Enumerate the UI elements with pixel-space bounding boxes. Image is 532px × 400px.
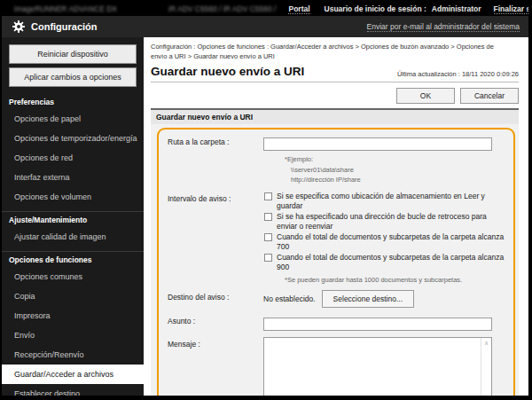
notice-destination-label: Destino del aviso : <box>168 290 263 308</box>
form-section-title: Guardar nuevo envío a URI <box>151 108 519 124</box>
checkbox-icon[interactable] <box>264 213 272 221</box>
apply-settings-button[interactable]: Aplicar cambios a opciones <box>9 67 137 87</box>
sidebar-item-printer[interactable]: Impresora <box>2 306 144 325</box>
message-textarea[interactable]: ∧ ∨ <box>263 337 492 396</box>
message-label: Mensaje : <box>168 337 263 396</box>
last-update-text: Última actualización : 18/11 2020 0:09:2… <box>397 70 519 78</box>
form-area: Ruta a la carpeta : *Ejemplo: \\server01… <box>151 124 519 396</box>
scroll-up-icon[interactable]: ∧ <box>484 340 489 347</box>
sidebar-item-paper-settings[interactable]: Opciones de papel <box>2 109 144 129</box>
notice-destination-row: Destino del aviso : No establecido. Sele… <box>168 290 506 308</box>
gear-icon <box>12 20 25 33</box>
breadcrumb: Configuración : Opciones de funciones : … <box>151 42 512 62</box>
checkbox-label: Si se ha especificado una dirección de b… <box>277 212 506 231</box>
checkbox-row-reaches-700[interactable]: Cuando el total de documentos y subcarpe… <box>263 232 506 252</box>
cancel-button[interactable]: Cancelar <box>460 88 519 104</box>
form-orange-box: Ruta a la carpeta : *Ejemplo: \\server01… <box>157 128 515 396</box>
sidebar-section-preferences: Preferencias Opciones de papel Opciones … <box>2 94 144 207</box>
folder-path-label: Ruta a la carpeta : <box>168 135 263 185</box>
device-name-redacted: iR ADV C5560 / iR ADV C5560 / <box>168 4 276 13</box>
checkbox-icon[interactable] <box>264 233 272 241</box>
sidebar-item-external-interface[interactable]: Interfaz externa <box>2 168 144 187</box>
app-bar: Configuración Enviar por e-mail al admin… <box>2 16 528 37</box>
login-user-label: Usuario de inicio de sesión : <box>325 4 426 13</box>
subject-label: Asunto : <box>168 314 263 331</box>
notice-interval-row: Intervalo de aviso : Si se especifica co… <box>168 192 506 284</box>
checkbox-row-loopback-address[interactable]: Si se ha especificado una dirección de b… <box>263 212 506 231</box>
sidebar-item-timer-energy[interactable]: Opciones de temporizador/energía <box>2 129 144 148</box>
logout-link[interactable]: Finalizar sesión <box>494 4 532 14</box>
page-title: Guardar nuevo envío a URI <box>151 65 304 78</box>
checkbox-icon[interactable] <box>264 192 272 200</box>
message-row: Mensaje : ∧ ∨ <box>168 337 506 396</box>
select-destination-button[interactable]: Seleccione destino... <box>322 290 414 308</box>
page-title-row: Guardar nuevo envío a URI Última actuali… <box>151 65 519 82</box>
checkbox-label: Cuando el total de documentos y subcarpe… <box>277 232 506 252</box>
sidebar-item-copy[interactable]: Copia <box>2 286 144 306</box>
portal-link[interactable]: Portal <box>288 4 309 14</box>
notice-interval-label: Intervalo de aviso : <box>168 192 263 284</box>
folder-path-examples: *Ejemplo: \\server01\data\share http://d… <box>285 154 506 185</box>
sidebar-item-receive-forward[interactable]: Recepción/Reenvío <box>2 345 144 365</box>
checkbox-label: Si se especifica como ubicación de almac… <box>277 192 506 211</box>
folder-path-row: Ruta a la carpeta : *Ejemplo: \\server01… <box>168 135 506 185</box>
mail-admin-link[interactable]: Enviar por e-mail al administrador del s… <box>367 22 520 32</box>
checkbox-label: Cuando el total de documentos y subcarpe… <box>277 253 506 272</box>
subject-row: Asunto : <box>168 314 506 331</box>
restart-device-button[interactable]: Reiniciar dispositivo <box>9 44 137 64</box>
sidebar-item-image-quality[interactable]: Ajustar calidad de imagen <box>2 227 144 247</box>
message-text[interactable] <box>264 338 481 396</box>
checkbox-icon[interactable] <box>264 254 272 262</box>
device-model-redacted: imageRUNNER ADVANCE DX <box>14 4 117 13</box>
app-title: Configuración <box>31 21 98 32</box>
action-buttons-row: OK Cancelar <box>151 88 519 104</box>
main-content: Configuración : Opciones de funciones : … <box>144 37 528 396</box>
sidebar-section-adjustment: Ajuste/Mantenimiento Ajustar calidad de … <box>2 211 144 247</box>
sidebar-item-send[interactable]: Envío <box>2 325 144 345</box>
sidebar-item-common-settings[interactable]: Opciones comunes <box>2 267 144 286</box>
sidebar-section-header: Preferencias <box>2 94 144 109</box>
checkbox-row-store-location[interactable]: Si se especifica como ubicación de almac… <box>263 192 506 211</box>
checkbox-row-reaches-900[interactable]: Cuando el total de documentos y subcarpe… <box>263 253 506 272</box>
ok-button[interactable]: OK <box>396 88 455 104</box>
sidebar-item-store-access-files[interactable]: Guardar/Acceder a archivos <box>2 365 144 384</box>
folder-path-input[interactable] <box>263 137 492 151</box>
sidebar-section-function-settings: Opciones de funciones Opciones comunes C… <box>2 251 144 396</box>
sidebar-item-network[interactable]: Opciones de red <box>2 148 144 168</box>
sidebar-nav: Reiniciar dispositivo Aplicar cambios a … <box>2 37 144 396</box>
notice-destination-value: No establecido. <box>263 294 316 303</box>
login-user-value: Administrator <box>432 4 481 13</box>
checkbox-note: *Se pueden guardar hasta 1000 documentos… <box>285 276 506 284</box>
message-scrollbar[interactable]: ∧ ∨ <box>481 338 491 396</box>
example-title: *Ejemplo: <box>285 154 506 165</box>
example-http-path: http://dirección IP/share <box>291 175 506 185</box>
sidebar-item-set-destination[interactable]: Establecer destino <box>2 384 144 396</box>
browser-page: imageRUNNER ADVANCE DX iR ADV C5560 / iR… <box>0 0 532 400</box>
top-bar: imageRUNNER ADVANCE DX iR ADV C5560 / iR… <box>2 2 528 16</box>
sidebar-section-header: Opciones de funciones <box>2 252 144 267</box>
sidebar-section-header: Ajuste/Mantenimiento <box>2 212 144 227</box>
example-unc-path: \\server01\data\share <box>291 165 506 176</box>
form-section: Guardar nuevo envío a URI Ruta a la carp… <box>151 108 519 396</box>
subject-input[interactable] <box>263 318 492 331</box>
sidebar-item-volume[interactable]: Opciones de volumen <box>2 187 144 207</box>
